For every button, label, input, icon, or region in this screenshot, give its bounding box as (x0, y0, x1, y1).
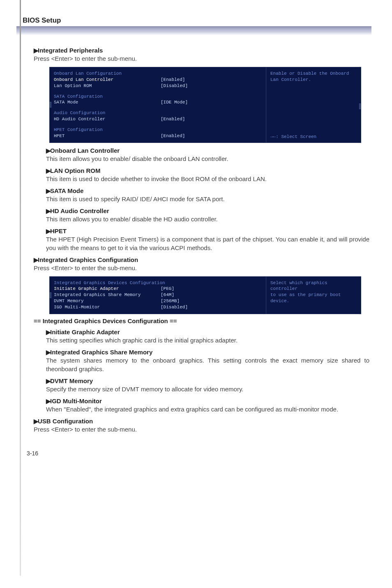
usb-configuration-label: USB Configuration (38, 418, 93, 425)
igd-multi-monitor-desc: When "Enabled", the integrated graphics … (46, 405, 369, 413)
bios-screenshot-peripherals: Onboard Lan Configuration Onboard Lan Co… (49, 67, 361, 143)
hd-audio-controller-desc: This item allows you to enable/ disable … (46, 215, 369, 223)
igd-multi-monitor-label: IGD Multi-Monitor (50, 397, 102, 404)
integrated-graphics-share-memory-desc: The system shares memory to the onboard … (46, 356, 369, 373)
integrated-peripherals-heading: ▶Integrated Peripherals (34, 47, 369, 54)
bios1-cat1: Onboard Lan Configuration (54, 71, 122, 77)
bios1-cat4: HPET Configuration (54, 127, 103, 133)
bios1-cat2: SATA Configuration (54, 94, 103, 100)
usb-configuration-heading: ▶USB Configuration (34, 418, 369, 425)
bios-side-handle-icon (359, 103, 361, 109)
bios2-cat1: Integrated Graphics Devices Configuratio… (54, 280, 165, 286)
hd-audio-controller-heading: ▶HD Audio Controller (46, 207, 369, 215)
page-side-border (20, 0, 21, 576)
usb-configuration-desc: Press <Enter> to enter the sub-menu. (34, 425, 369, 434)
dvmt-memory-label: DVMT Memory (50, 377, 93, 384)
bios1-hd-audio-controller-value: [Enabled] (161, 116, 185, 122)
bios1-cat3: Audio Configuration (54, 110, 105, 116)
integrated-graphics-config-heading: ▶Integrated Graphics Configuration (34, 256, 369, 264)
bios-screenshot-graphics: Integrated Graphics Devices Configuratio… (49, 276, 361, 314)
arrow-right-icon: ▶ (34, 418, 38, 425)
arrow-right-icon: ▶ (46, 227, 50, 235)
initiate-graphic-adapter-label: Initiate Graphic Adapter (50, 328, 120, 335)
bios2-dvmt-memory-value: [256MB] (161, 298, 180, 304)
lan-option-rom-desc: This item is used to decide whether to i… (46, 175, 369, 183)
hd-audio-controller-label: HD Audio Controller (50, 207, 109, 214)
bios2-integrated-graphics-share-memory-value: [64M] (161, 292, 174, 298)
sata-mode-heading: ▶SATA Mode (46, 187, 369, 195)
integrated-graphics-share-memory-label: Integrated Graphics Share Memory (50, 349, 152, 356)
header-underline (16, 26, 371, 35)
bios-side-handle-icon (50, 102, 51, 108)
bios1-sata-mode-value: [IDE Mode] (161, 99, 188, 106)
onboard-lan-controller-desc: This item allows you to enable/ disable … (46, 154, 369, 163)
bios2-help-line3: device. (270, 298, 357, 304)
arrow-right-icon: ▶ (46, 167, 50, 175)
arrow-right-icon: ▶ (34, 47, 38, 54)
bios1-sata-mode: SATA Mode (54, 99, 161, 106)
igdc-section-title: == Integrated Graphics Devices Configura… (34, 317, 369, 324)
bios-side-handle-icon (50, 292, 51, 298)
page-header-title: BIOS Setup (23, 16, 369, 25)
sata-mode-label: SATA Mode (50, 187, 83, 194)
bios1-onboard-lan-controller-value: [Enabled] (161, 77, 185, 83)
arrow-right-icon: ▶ (46, 397, 50, 405)
bios2-igd-multi-monitor: IGD Multi-Momitor (54, 304, 161, 310)
bios1-nav-hint: →←: Select Screen (270, 134, 316, 140)
lan-option-rom-label: LAN Option ROM (50, 167, 100, 174)
integrated-peripherals-desc: Press <Enter> to enter the sub-menu. (34, 54, 369, 63)
bios2-dvmt-memory: DVMT Memory (54, 298, 161, 304)
hpet-heading: ▶HPET (46, 227, 369, 235)
page-number: 3-16 (27, 450, 369, 457)
bios1-hd-audio-controller: HD Audio Controller (54, 116, 161, 122)
bios1-onboard-lan-controller: Onboard Lan Controller (54, 77, 161, 83)
sata-mode-desc: This item is used to specify RAID/ IDE/ … (46, 195, 369, 203)
integrated-peripherals-label: Integrated Peripherals (38, 47, 103, 54)
arrow-right-icon: ▶ (46, 349, 50, 356)
bios2-help-line2: to use as the primary boot (270, 292, 357, 298)
dvmt-memory-desc: Specify the memory size of DVMT memory t… (46, 385, 369, 393)
bios1-help-line1: Enable or Disable the Onboard (270, 71, 357, 77)
arrow-right-icon: ▶ (34, 256, 38, 264)
onboard-lan-controller-label: Onboard Lan Controller (50, 147, 120, 154)
arrow-right-icon: ▶ (46, 377, 50, 385)
arrow-right-icon: ▶ (46, 187, 50, 195)
hpet-label: HPET (50, 227, 67, 234)
bios2-igd-multi-monitor-value: [Disabled] (161, 304, 188, 310)
initiate-graphic-adapter-heading: ▶Initiate Graphic Adapter (46, 328, 369, 336)
bios1-help-line2: Lan Controller. (270, 77, 357, 83)
integrated-graphics-share-memory-heading: ▶Integrated Graphics Share Memory (46, 349, 369, 356)
bios1-lan-option-rom: Lan Option ROM (54, 83, 161, 89)
igd-multi-monitor-heading: ▶IGD Multi-Monitor (46, 397, 369, 405)
initiate-graphic-adapter-desc: This setting specifies which graphic car… (46, 336, 369, 345)
arrow-right-icon: ▶ (46, 207, 50, 215)
bios1-hpet: HPET (54, 133, 161, 139)
bios1-hpet-value: [Enabled] (161, 133, 185, 139)
lan-option-rom-heading: ▶LAN Option ROM (46, 167, 369, 175)
arrow-right-icon: ▶ (46, 147, 50, 154)
dvmt-memory-heading: ▶DVMT Memory (46, 377, 369, 385)
bios2-initiate-graphic-adapter-value: [PEG] (161, 286, 174, 292)
bios2-help-line1: Select which graphics controller (270, 280, 357, 292)
bios1-lan-option-rom-value: [Disabled] (161, 83, 188, 89)
integrated-graphics-config-label: Integrated Graphics Configuration (38, 256, 138, 263)
bios2-initiate-graphic-adapter: Initiate Graphic Adapter (54, 286, 161, 292)
arrow-right-icon: ▶ (46, 328, 50, 336)
hpet-desc: The HPET (High Precision Event Timers) i… (46, 235, 369, 252)
bios2-integrated-graphics-share-memory: Integrated Graphics Share Memory (54, 292, 161, 298)
integrated-graphics-config-desc: Press <Enter> to enter the sub-menu. (34, 264, 369, 272)
onboard-lan-controller-heading: ▶Onboard Lan Controller (46, 147, 369, 154)
